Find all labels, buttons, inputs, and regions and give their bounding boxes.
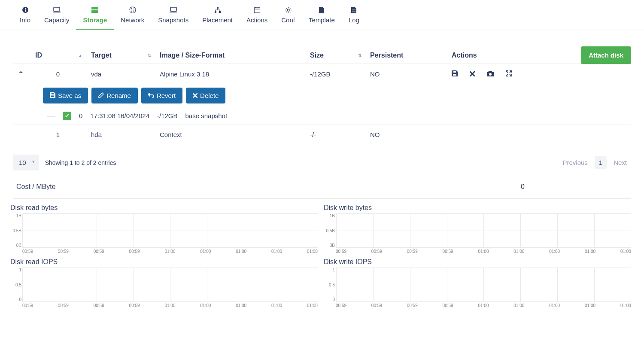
sitemap-icon [214, 6, 221, 14]
file-icon [319, 6, 324, 14]
snapshot-row: — ✔ 0 17:31:08 16/04/2024 -/12GB base sn… [13, 107, 631, 125]
tab-log-label: Log [349, 16, 359, 24]
svg-point-23 [489, 73, 492, 76]
cell-id: 0 [30, 64, 86, 85]
cell-id: 1 [30, 125, 86, 145]
row-actions [452, 70, 626, 78]
chart-title: Disk read bytes [9, 204, 318, 212]
disk-table: Attach disk ID ▲ Target ⇅ Image / Size-F… [13, 47, 631, 144]
chevron-up-icon[interactable]: ⌃ [18, 70, 24, 78]
col-target[interactable]: Target ⇅ [86, 47, 155, 64]
next-page[interactable]: Next [609, 156, 631, 169]
page-size-select[interactable]: 10 [13, 155, 39, 170]
table-row: ⌃ 0 vda Alpine Linux 3.18 -/12GB NO [13, 64, 631, 85]
svg-rect-25 [52, 92, 54, 94]
gear-icon [285, 6, 292, 14]
revert-button[interactable]: Revert [141, 88, 182, 103]
tree-dash-icon: — [47, 111, 55, 120]
attach-disk-button[interactable]: Attach disk [581, 46, 631, 64]
laptop-icon [53, 6, 61, 14]
snapshot-timestamp: 17:31:08 16/04/2024 [90, 112, 149, 119]
save-icon [50, 92, 55, 99]
svg-rect-22 [453, 71, 456, 73]
svg-rect-5 [91, 7, 98, 9]
calendar-icon [254, 6, 260, 14]
chart-disk-read-iops: Disk read IOPS 1 0.5 0 00:59 00:59 00:59… [9, 258, 318, 308]
sort-asc-icon: ▲ [78, 53, 82, 58]
cost-label: Cost / MByte [16, 183, 56, 191]
globe-icon [129, 6, 136, 14]
tab-info-label: Info [20, 16, 30, 24]
tab-network[interactable]: Network [114, 3, 151, 30]
laptop-icon [170, 6, 177, 14]
tab-actions[interactable]: Actions [240, 3, 274, 30]
svg-point-7 [130, 7, 136, 13]
chart-disk-write-iops: Disk write IOPS 1 0.5 0 00:59 00:59 00:5… [322, 258, 631, 308]
snapshot-name: base snapshot [185, 112, 228, 119]
file-text-icon [351, 6, 356, 14]
close-icon [193, 92, 197, 99]
cell-image: Alpine Linux 3.18 [155, 64, 305, 85]
camera-icon[interactable] [487, 70, 494, 78]
cost-value: 0 [521, 183, 628, 191]
charts: Disk read bytes 1B 0.5B 0B 00:59 00:59 0… [13, 199, 631, 313]
col-size[interactable]: Size ⇅ [305, 47, 365, 64]
checkbox-checked-icon[interactable]: ✔ [63, 112, 71, 120]
sort-icon: ⇅ [358, 53, 361, 58]
delete-button[interactable]: Delete [186, 88, 225, 103]
svg-rect-21 [453, 74, 456, 76]
col-image[interactable]: Image / Size-Format [155, 47, 305, 64]
tab-conf[interactable]: Conf [274, 3, 302, 30]
tab-snapshots[interactable]: Snapshots [151, 3, 195, 30]
chart-title: Disk read IOPS [9, 258, 318, 266]
tab-log[interactable]: Log [342, 3, 366, 30]
save-icon[interactable] [452, 70, 458, 78]
svg-rect-10 [170, 12, 177, 12]
svg-rect-9 [170, 7, 176, 11]
svg-rect-24 [51, 95, 54, 97]
cell-image: Context [155, 125, 305, 145]
cell-size: -/12GB [305, 64, 365, 85]
tab-template-label: Template [309, 16, 335, 24]
tab-placement[interactable]: Placement [195, 3, 240, 30]
chart-title: Disk write bytes [322, 204, 631, 212]
tab-placement-label: Placement [202, 16, 233, 24]
col-id[interactable]: ID ▲ [30, 47, 86, 64]
cell-persistent: NO [365, 64, 447, 85]
svg-rect-14 [254, 8, 260, 13]
tab-actions-label: Actions [246, 16, 267, 24]
expanded-row: Save as Rename Revert [13, 84, 631, 125]
tab-template[interactable]: Template [302, 3, 342, 30]
sort-icon: ⇅ [148, 53, 151, 58]
tab-snapshots-label: Snapshots [158, 16, 188, 24]
svg-rect-4 [53, 12, 61, 12]
tab-capacity[interactable]: Capacity [37, 3, 76, 30]
close-icon[interactable] [470, 70, 475, 78]
col-persistent[interactable]: Persistent [365, 47, 447, 64]
rename-button[interactable]: Rename [91, 88, 138, 103]
tab-network-label: Network [121, 16, 144, 24]
prev-page[interactable]: Previous [558, 156, 592, 169]
tab-capacity-label: Capacity [44, 16, 69, 24]
cell-persistent: NO [365, 125, 447, 145]
svg-point-18 [287, 9, 289, 11]
chart-disk-read-bytes: Disk read bytes 1B 0.5B 0B 00:59 00:59 0… [9, 204, 318, 254]
tab-storage-label: Storage [83, 16, 107, 24]
tab-storage[interactable]: Storage [76, 3, 114, 30]
showing-text: Showing 1 to 2 of 2 entries [45, 159, 116, 166]
cost-row: Cost / MByte 0 [13, 175, 631, 199]
table-footer: 10 Showing 1 to 2 of 2 entries Previous … [13, 144, 631, 175]
tab-info[interactable]: Info [13, 3, 37, 30]
svg-rect-6 [91, 10, 98, 13]
svg-rect-12 [215, 11, 216, 13]
save-as-button[interactable]: Save as [43, 88, 88, 103]
page-1[interactable]: 1 [595, 156, 607, 169]
expand-icon[interactable] [506, 70, 512, 78]
snapshot-size: -/12GB [157, 112, 178, 119]
cell-size: -/- [305, 125, 365, 145]
svg-rect-11 [217, 7, 219, 9]
svg-rect-13 [219, 11, 221, 13]
snapshot-id: 0 [79, 112, 82, 119]
cell-target: vda [86, 64, 155, 85]
info-icon [22, 6, 29, 14]
